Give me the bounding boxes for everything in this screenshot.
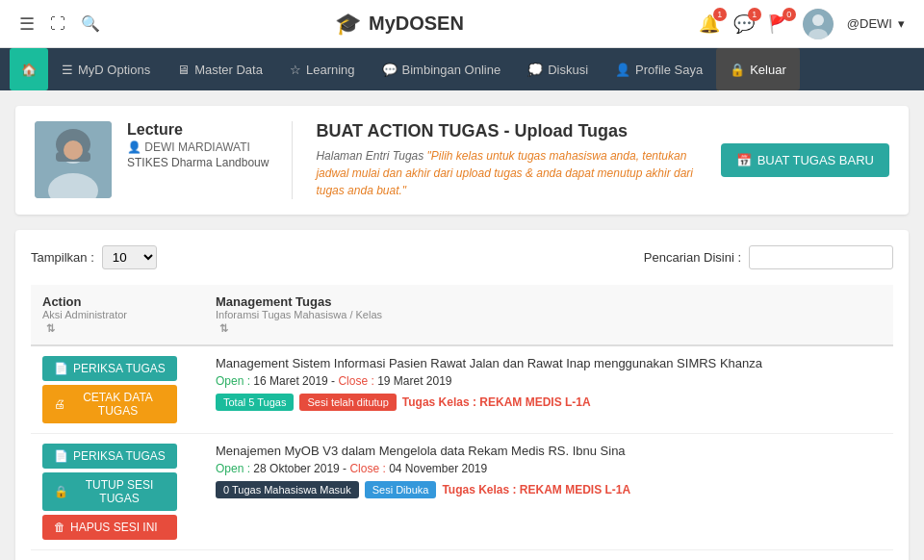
task-title: BUAT ACTION TUGAS - Upload Tugas [316,121,705,141]
action-cell-1: 📄 PERIKSA TUGAS 🖨 CETAK DATA TUGAS [31,345,204,434]
person-icon: 👤 [127,140,141,154]
user-dropdown-icon[interactable]: ▾ [898,16,905,31]
task-subtitle: Halaman Entri Tugas [316,149,424,163]
sort-icon-action: ⇅ [46,322,55,334]
bimbingan-icon: 💬 [382,63,398,77]
open-date-2: 28 Oktober 2019 [253,462,339,475]
open-label-1: Open : [216,374,253,388]
profile-info: Lecture 👤 DEWI MARDIAWATI STIKES Dharma … [127,121,269,169]
app-logo: 🎓 MyDOSEN [335,12,464,37]
file-icon-2: 📄 [54,449,68,463]
action-cell-2: 📄 PERIKSA TUGAS 🔒 TUTUP SESI TUGAS 🗑 HAP… [31,434,204,550]
table-row: 📄 PERIKSA TUGAS 🖨 CETAK DATA TUGAS Manag… [31,345,893,434]
open-date-1: 16 Maret 2019 [253,374,327,388]
top-bar-right: 🔔1 💬1 🚩0 @DEWI ▾ [699,9,905,39]
top-bar: ☰ ⛶ 🔍 🎓 MyDOSEN 🔔1 💬1 🚩0 @DEWI ▾ [0,0,924,48]
nav-label-diskusi: Diskusi [548,63,588,77]
username-display: @DEWI [847,16,892,31]
logo-icon: 🎓 [335,12,361,37]
file-icon-1: 📄 [54,362,68,375]
svg-point-1 [812,14,824,26]
nav-label-learning: Learning [306,63,355,77]
hapus-icon-2: 🗑 [54,521,65,534]
buat-tugas-baru-button[interactable]: 📅 BUAT TUGAS BARU [721,143,889,177]
badge-tutup-1: Sesi telah ditutup [299,394,396,411]
table-row: 📄 PERIKSA TUGAS 🔒 TUTUP SESI TUGAS 🗑 HAP… [31,434,893,550]
task-dates-2: Open : 28 Oktober 2019 - Close : 04 Nove… [216,462,882,475]
main-content: Lecture 👤 DEWI MARDIAWATI STIKES Dharma … [0,90,924,560]
nav-item-profile[interactable]: 👤 Profile Saya [602,48,716,90]
tutup-sesi-tugas-button-2[interactable]: 🔒 TUTUP SESI TUGAS [42,472,177,511]
nav-label-master-data: Master Data [194,63,263,77]
resize-icon[interactable]: ⛶ [50,15,65,33]
periksa-tugas-button-1[interactable]: 📄 PERIKSA TUGAS [42,356,177,381]
tutup-icon-2: 🔒 [54,485,68,498]
nav-bar: 🏠 ☰ MyD Options 🖥 Master Data ☆ Learning… [0,48,924,90]
nav-label-keluar: Keluar [750,63,786,77]
task-badges-1: Total 5 Tugas Sesi telah ditutup Tugas K… [216,394,882,411]
nav-item-bimbingan[interactable]: 💬 Bimbingan Online [369,48,515,90]
show-count-select[interactable]: 10 25 50 100 [102,245,157,269]
learning-icon: ☆ [290,63,301,77]
kelas-value-1: REKAM MEDIS L-1A [479,395,590,409]
search-input[interactable] [749,245,893,269]
nav-item-master-data[interactable]: 🖥 Master Data [164,48,276,90]
table-section: Tampilkan : 10 25 50 100 Pencarian Disin… [15,230,909,560]
task-description: Halaman Entri Tugas "Pilih kelas untuk t… [316,147,705,199]
badge-total-1: Total 5 Tugas [216,394,294,411]
flag-badge: 0 [783,8,796,21]
profile-image [35,121,112,198]
bell-badge: 1 [713,8,727,21]
profile-username: 👤 DEWI MARDIAWATI [127,140,269,154]
search-top-icon[interactable]: 🔍 [81,14,100,33]
nav-item-myd-options[interactable]: ☰ MyD Options [48,48,164,90]
avatar[interactable] [803,9,834,39]
badge-buka-2: Sesi Dibuka [365,481,437,498]
nav-item-home[interactable]: 🏠 [10,48,48,90]
user-menu[interactable]: @DEWI ▾ [847,16,905,31]
nav-item-keluar[interactable]: 🔒 Keluar [716,48,800,90]
tampilkan-label: Tampilkan : [31,250,94,265]
keluar-icon: 🔒 [730,63,745,77]
notification-chat[interactable]: 💬1 [733,13,755,35]
nav-label-profile: Profile Saya [635,63,703,77]
task-header-info: BUAT ACTION TUGAS - Upload Tugas Halaman… [316,121,705,199]
print-icon-1: 🖨 [54,397,65,411]
kelas-value-2: REKAM MEDIS L-1A [520,483,630,496]
task-dates-1: Open : 16 Maret 2019 - Close : 19 Maret … [216,374,882,388]
calendar-icon: 📅 [736,153,752,167]
profile-title: Lecture [127,121,269,139]
search-label: Pencarian Disini : [644,250,741,265]
open-label-2: Open : [216,462,253,475]
task-kelas-2: Tugas Kelas : REKAM MEDIS L-1A [442,483,630,496]
nav-item-learning[interactable]: ☆ Learning [276,48,369,90]
badge-zero-2: 0 Tugas Mahasiswa Masuk [216,481,359,498]
diskusi-icon: 💭 [527,63,543,77]
profile-divider [292,121,293,199]
col-header-management: Management Tugas Inforamsi Tugas Mahasis… [204,285,893,345]
search-box: Pencarian Disini : [644,245,893,269]
nav-item-diskusi[interactable]: 💭 Diskusi [514,48,602,90]
periksa-tugas-button-2[interactable]: 📄 PERIKSA TUGAS [42,444,177,469]
profile-section: Lecture 👤 DEWI MARDIAWATI STIKES Dharma … [15,106,909,215]
sort-icon-management: ⇅ [219,322,228,334]
nav-label-myd-options: MyD Options [78,63,150,77]
nav-label-bimbingan: Bimbingan Online [402,63,501,77]
task-row-title-2: Menajemen MyOB V3 dalam Mengelola data R… [216,444,882,458]
profile-institution: STIKES Dharma Landbouw [127,156,269,169]
cetak-data-tugas-button-1[interactable]: 🖨 CETAK DATA TUGAS [42,385,177,423]
close-label-2: Close : [349,462,389,475]
notification-flag[interactable]: 🚩0 [768,13,789,35]
task-row-title-1: Management Sistem Informasi Pasien Rawat… [216,356,882,370]
close-label-1: Close : [338,374,377,388]
table-header-row: Action Aksi Administrator ⇅ Management T… [31,285,893,345]
svg-point-8 [64,140,83,160]
management-cell-1: Management Sistem Informasi Pasien Rawat… [204,345,893,434]
hamburger-icon[interactable]: ☰ [19,13,35,35]
notification-bell[interactable]: 🔔1 [699,13,720,35]
app-title: MyDOSEN [369,13,464,35]
table-controls: Tampilkan : 10 25 50 100 Pencarian Disin… [31,245,893,269]
task-badges-2: 0 Tugas Mahasiswa Masuk Sesi Dibuka Tuga… [216,481,882,498]
myd-options-icon: ☰ [62,63,73,77]
hapus-sesi-button-2[interactable]: 🗑 HAPUS SESI INI [42,515,177,540]
